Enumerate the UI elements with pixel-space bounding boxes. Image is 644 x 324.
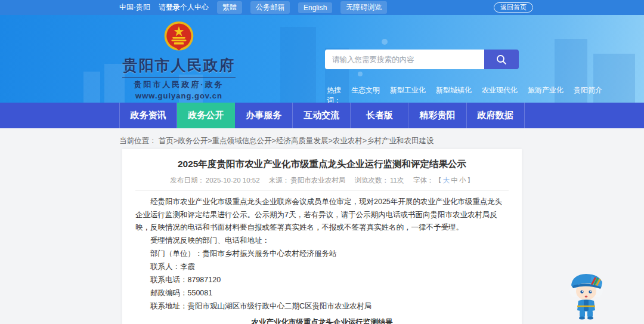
paragraph-announcement: 经贵阳市农业产业化市级重点龙头企业联席会议成员单位审定，现对2025年开展的农业… xyxy=(135,196,509,235)
views-label: 浏览次数： xyxy=(355,177,389,184)
back-to-home-button[interactable]: 返回首页 xyxy=(494,2,533,13)
site-banner: 贵阳市人民政府 贵阳市人民政府·政务 www.guiyang.gov.cn 热搜… xyxy=(0,15,644,103)
main-nav: 政务资讯 政务公开 办事服务 互动交流 长者版 精彩贵阳 政府数据 xyxy=(0,103,644,128)
nav-item-senior-version[interactable]: 长者版 xyxy=(351,103,408,128)
source-label: 来源： xyxy=(269,177,290,184)
breadcrumb-label: 当前位置： xyxy=(119,137,157,145)
search-input[interactable] xyxy=(325,50,484,69)
topbar-links: 中国·贵阳 请登录个人中心 繁體 公务邮箱 English 无障碍浏览 xyxy=(119,0,525,15)
hot-link-ecology[interactable]: 生态文明 xyxy=(351,85,380,103)
search-button[interactable] xyxy=(484,50,519,69)
article-body: 经贵阳市农业产业化市级重点龙头企业联席会议成员单位审定，现对2025年开展的农业… xyxy=(135,196,509,313)
hot-link-tourism[interactable]: 旅游产业化 xyxy=(528,85,564,103)
traditional-chinese-button[interactable]: 繁體 xyxy=(217,1,242,14)
hot-link-guiyang-intro[interactable]: 贵阳简介 xyxy=(574,85,602,103)
source-value: 贵阳市农业农村局 xyxy=(290,177,345,184)
search-box xyxy=(325,50,519,69)
hot-link-urbanization[interactable]: 新型城镇化 xyxy=(436,85,472,103)
breadcrumb-path[interactable]: 首页>政务公开>重点领域信息公开>经济高质量发展>农业农村>乡村产业和农田建设 xyxy=(159,137,434,145)
font-bracket-close: 】 xyxy=(467,177,474,184)
font-bracket-open: 【 xyxy=(435,177,442,184)
site-logo[interactable]: 贵阳市人民政府 贵阳市人民政府·政务 www.guiyang.gov.cn xyxy=(119,20,239,100)
nav-item-highlights[interactable]: 精彩贵阳 xyxy=(408,103,466,128)
login-suffix: 个人中心 xyxy=(180,3,209,11)
table-caption: 农业产业化市级重点龙头企业运行监测结果 xyxy=(135,317,509,324)
hot-search-label: 热搜词： xyxy=(327,85,341,103)
paragraph-contact-person: 联系人：李霞 xyxy=(135,261,509,274)
article-meta: 发布日期：2025-10-20 10:52 来源：贵阳市农业农村局 浏览次数：1… xyxy=(135,176,509,191)
nav-item-interaction[interactable]: 互动交流 xyxy=(293,103,351,128)
nav-item-services[interactable]: 办事服务 xyxy=(235,103,293,128)
topbar-region-link[interactable]: 中国·贵阳 xyxy=(119,2,150,13)
official-mail-button[interactable]: 公务邮箱 xyxy=(250,1,290,14)
publish-date-label: 发布日期： xyxy=(170,177,205,184)
views-value: 11次 xyxy=(390,177,404,184)
paragraph-department: 部门（单位）：贵阳市乡村振兴服务中心农村经济服务站 xyxy=(135,248,509,261)
hot-search-row: 热搜词： 生态文明 新型工业化 新型城镇化 农业现代化 旅游产业化 贵阳简介 xyxy=(327,85,577,103)
breadcrumb: 当前位置： 首页>政务公开>重点领域信息公开>经济高质量发展>农业农村>乡村产业… xyxy=(119,136,434,146)
nav-item-gov-disclosure[interactable]: 政务公开 xyxy=(177,103,235,128)
search-icon xyxy=(496,54,507,66)
english-button[interactable]: English xyxy=(298,2,332,13)
logo-separator xyxy=(122,77,236,78)
accessibility-button[interactable]: 无障碍浏览 xyxy=(340,1,387,14)
topbar: 中国·贵阳 请登录个人中心 繁體 公务邮箱 English 无障碍浏览 返回首页 xyxy=(0,0,644,15)
font-size-small-button[interactable]: 小 xyxy=(459,177,466,184)
nav-item-news[interactable]: 政务资讯 xyxy=(119,103,177,128)
national-emblem-icon xyxy=(163,20,195,54)
paragraph-postcode: 邮政编码：550081 xyxy=(135,287,509,300)
article-card: 2025年度贵阳市农业产业化市级重点龙头企业运行监测和评定结果公示 发布日期：2… xyxy=(122,149,522,324)
paragraph-phone: 联系电话：87987120 xyxy=(135,274,509,287)
hot-link-agriculture[interactable]: 农业现代化 xyxy=(482,85,518,103)
login-link[interactable]: 请登录个人中心 xyxy=(159,2,209,13)
font-size-medium-button[interactable]: 中 xyxy=(451,177,458,184)
assistant-mascot[interactable] xyxy=(565,270,607,320)
publish-date: 2025-10-20 10:52 xyxy=(206,177,260,184)
site-subtitle: 贵阳市人民政府·政务 xyxy=(119,79,239,90)
site-url: www.guiyang.gov.cn xyxy=(119,91,239,100)
font-size-label: 字体： xyxy=(413,177,434,184)
hot-link-industry[interactable]: 新型工业化 xyxy=(390,85,426,103)
paragraph-contact-intro: 受理情况反映的部门、电话和地址： xyxy=(135,234,509,248)
font-size-large-button[interactable]: 大 xyxy=(443,177,450,184)
article-title: 2025年度贵阳市农业产业化市级重点龙头企业运行监测和评定结果公示 xyxy=(135,158,509,171)
login-bold: 登录 xyxy=(166,3,180,11)
nav-item-gov-data[interactable]: 政府数据 xyxy=(467,103,525,128)
mascot-icon xyxy=(565,270,607,320)
site-name: 贵阳市人民政府 xyxy=(119,55,239,75)
login-prefix: 请 xyxy=(159,3,166,11)
paragraph-address: 联系地址：贵阳市观山湖区市级行政中心二期C区贵阳市农业农村局 xyxy=(135,300,509,313)
